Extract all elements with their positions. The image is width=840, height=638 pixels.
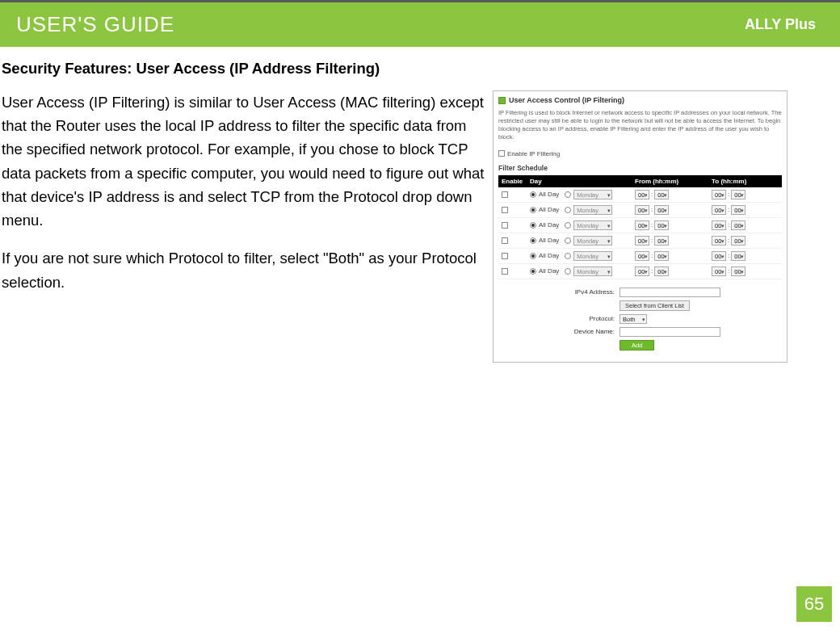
- enable-ip-label: Enable IP Filtering: [507, 150, 560, 157]
- protocol-select[interactable]: Both: [620, 314, 647, 324]
- all-day-label: All Day: [539, 237, 559, 244]
- row-enable-checkbox[interactable]: [502, 253, 508, 259]
- ipv4-label: IPv4 Address:: [563, 288, 620, 296]
- from-min-select[interactable]: 00: [654, 205, 669, 215]
- schedule-row: All DayMonday00:0000:00: [498, 203, 782, 218]
- to-hour-select[interactable]: 00: [712, 220, 726, 230]
- all-day-label: All Day: [539, 191, 559, 198]
- from-hour-select[interactable]: 00: [635, 205, 649, 215]
- to-hour-select[interactable]: 00: [712, 190, 726, 199]
- to-hour-select[interactable]: 00: [712, 236, 726, 246]
- body-text: User Access (IP Filtering) is similar to…: [0, 90, 485, 309]
- paragraph-2: If you are not sure which Protocol to fi…: [2, 246, 485, 293]
- from-hour-select[interactable]: 00: [635, 251, 649, 261]
- all-day-label: All Day: [539, 252, 559, 259]
- day-select[interactable]: Monday: [573, 220, 612, 230]
- to-min-select[interactable]: 00: [731, 267, 746, 276]
- th-to: To (hh:mm): [712, 178, 776, 185]
- from-hour-select[interactable]: 00: [635, 267, 649, 276]
- ipv4-input[interactable]: [620, 288, 720, 297]
- day-select-radio[interactable]: [565, 237, 571, 244]
- th-enable: Enable: [502, 178, 530, 185]
- schedule-row: All DayMonday00:0000:00: [498, 233, 782, 249]
- all-day-radio[interactable]: [530, 268, 536, 275]
- screenshot-title: User Access Control (IP Filtering): [509, 96, 624, 104]
- all-day-radio[interactable]: [530, 253, 536, 259]
- schedule-row: All DayMonday00:0000:00: [498, 264, 782, 279]
- enable-ip-filtering-row[interactable]: Enable IP Filtering: [498, 150, 782, 157]
- to-min-select[interactable]: 00: [731, 236, 746, 246]
- to-hour-select[interactable]: 00: [712, 251, 726, 261]
- schedule-row: All DayMonday00:0000:00: [498, 218, 782, 233]
- paragraph-1: User Access (IP Filtering) is similar to…: [2, 90, 485, 232]
- th-from: From (hh:mm): [635, 178, 712, 185]
- select-client-button[interactable]: Select from Client List: [620, 300, 690, 311]
- row-enable-checkbox[interactable]: [502, 207, 508, 213]
- page-number: 65: [796, 586, 832, 622]
- screenshot-description: IP Filtering is used to block Internet o…: [498, 109, 782, 142]
- guide-title: USER'S GUIDE: [16, 12, 174, 37]
- to-hour-select[interactable]: 00: [712, 267, 726, 276]
- device-name-input[interactable]: [620, 327, 720, 337]
- to-min-select[interactable]: 00: [731, 190, 746, 199]
- all-day-radio[interactable]: [530, 207, 536, 213]
- from-min-select[interactable]: 00: [654, 267, 669, 276]
- enable-ip-checkbox[interactable]: [498, 150, 505, 157]
- to-min-select[interactable]: 00: [731, 251, 746, 261]
- day-select[interactable]: Monday: [573, 205, 612, 215]
- all-day-radio[interactable]: [530, 191, 536, 198]
- row-enable-checkbox[interactable]: [502, 268, 508, 275]
- header-bar: USER'S GUIDE ALLY Plus: [0, 0, 840, 47]
- brand-label: ALLY Plus: [745, 16, 816, 33]
- all-day-label: All Day: [539, 221, 559, 229]
- title-marker-icon: [498, 97, 506, 104]
- page-content: Security Features: User Access (IP Addre…: [0, 47, 840, 363]
- from-hour-select[interactable]: 00: [635, 236, 649, 246]
- day-select[interactable]: Monday: [573, 190, 612, 199]
- day-select-radio[interactable]: [565, 191, 571, 198]
- to-hour-select[interactable]: 00: [712, 205, 726, 215]
- schedule-table-header: Enable Day From (hh:mm) To (hh:mm): [498, 175, 782, 187]
- th-day: Day: [530, 178, 635, 185]
- all-day-label: All Day: [539, 267, 559, 275]
- schedule-row: All DayMonday00:0000:00: [498, 249, 782, 264]
- day-select-radio[interactable]: [565, 207, 571, 213]
- day-select[interactable]: Monday: [573, 236, 612, 246]
- from-min-select[interactable]: 00: [654, 236, 669, 246]
- from-hour-select[interactable]: 00: [635, 220, 649, 230]
- all-day-radio[interactable]: [530, 237, 536, 244]
- day-select[interactable]: Monday: [573, 251, 612, 261]
- from-min-select[interactable]: 00: [654, 190, 669, 199]
- device-name-label: Device Name:: [563, 328, 620, 335]
- from-hour-select[interactable]: 00: [635, 190, 649, 199]
- to-min-select[interactable]: 00: [731, 220, 746, 230]
- filter-schedule-label: Filter Schedule: [498, 164, 782, 172]
- day-select-radio[interactable]: [565, 222, 571, 229]
- section-title: Security Features: User Access (IP Addre…: [0, 60, 840, 90]
- row-enable-checkbox[interactable]: [502, 222, 508, 229]
- all-day-radio[interactable]: [530, 222, 536, 229]
- to-min-select[interactable]: 00: [731, 205, 746, 215]
- from-min-select[interactable]: 00: [654, 251, 669, 261]
- protocol-label: Protocol:: [563, 315, 620, 322]
- day-select-radio[interactable]: [565, 253, 571, 259]
- row-enable-checkbox[interactable]: [502, 191, 508, 198]
- from-min-select[interactable]: 00: [654, 220, 669, 230]
- ip-filter-form: IPv4 Address: Select from Client List Pr…: [498, 288, 782, 350]
- add-button[interactable]: Add: [620, 340, 654, 350]
- row-enable-checkbox[interactable]: [502, 237, 508, 244]
- day-select[interactable]: Monday: [573, 267, 612, 276]
- schedule-row: All DayMonday00:0000:00: [498, 187, 782, 203]
- day-select-radio[interactable]: [565, 268, 571, 275]
- embedded-screenshot: User Access Control (IP Filtering) IP Fi…: [493, 90, 788, 363]
- all-day-label: All Day: [539, 206, 559, 213]
